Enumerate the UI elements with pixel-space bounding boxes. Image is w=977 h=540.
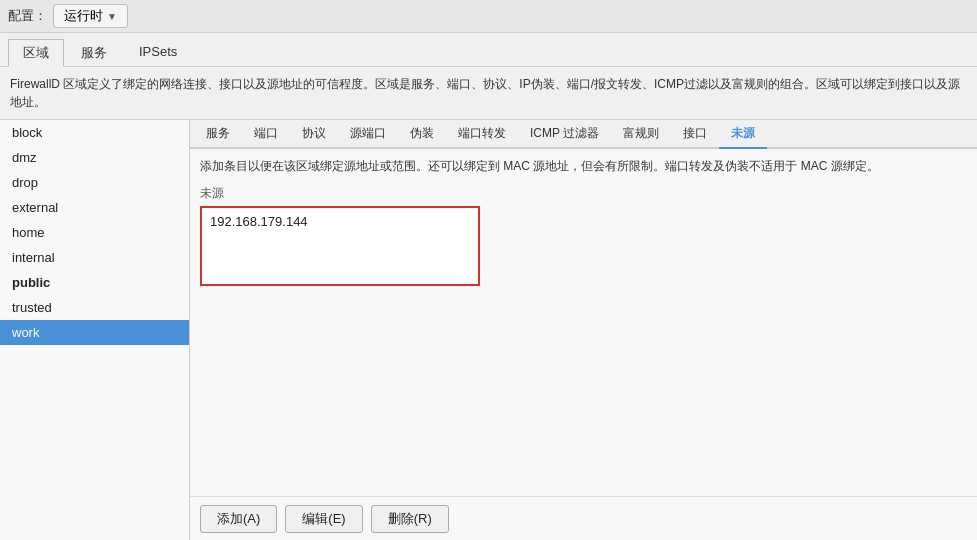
action-buttons: 添加(A) 编辑(E) 删除(R) (190, 496, 977, 540)
runtime-dropdown[interactable]: 运行时 ▼ (53, 4, 128, 28)
sub-tab-port-forward[interactable]: 端口转发 (446, 120, 518, 149)
dropdown-arrow-icon: ▼ (107, 11, 117, 22)
add-button[interactable]: 添加(A) (200, 505, 277, 533)
sub-tab-interfaces[interactable]: 接口 (671, 120, 719, 149)
zone-item-internal[interactable]: internal (0, 245, 189, 270)
sub-tab-services[interactable]: 服务 (194, 120, 242, 149)
zone-item-dmz[interactable]: dmz (0, 145, 189, 170)
tab-zones[interactable]: 区域 (8, 39, 64, 67)
sub-tab-masquerade[interactable]: 伪装 (398, 120, 446, 149)
runtime-label: 运行时 (64, 7, 103, 25)
toolbar: 配置： 运行时 ▼ (0, 0, 977, 33)
zone-item-trusted[interactable]: trusted (0, 295, 189, 320)
tab-services[interactable]: 服务 (66, 39, 122, 66)
zone-item-public[interactable]: public (0, 270, 189, 295)
sub-tabs-row: 服务 端口 协议 源端口 伪装 端口转发 ICMP 过滤器 富规则 接口 未源 (190, 120, 977, 149)
sub-tab-rich-rules[interactable]: 富规则 (611, 120, 671, 149)
panel-content: 添加条目以便在该区域绑定源地址或范围。还可以绑定到 MAC 源地址，但会有所限制… (190, 149, 977, 496)
main-container: 区域 服务 IPSets FirewallD 区域定义了绑定的网络连接、接口以及… (0, 33, 977, 540)
zone-list: block dmz drop external home internal pu… (0, 120, 190, 540)
tab-ipsets[interactable]: IPSets (124, 39, 192, 66)
zone-item-drop[interactable]: drop (0, 170, 189, 195)
sub-tab-icmp-filter[interactable]: ICMP 过滤器 (518, 120, 611, 149)
config-label: 配置： (8, 7, 47, 25)
edit-button[interactable]: 编辑(E) (285, 505, 362, 533)
delete-button[interactable]: 删除(R) (371, 505, 449, 533)
zone-item-external[interactable]: external (0, 195, 189, 220)
tabs-row: 区域 服务 IPSets (0, 33, 977, 67)
description-text: FirewallD 区域定义了绑定的网络连接、接口以及源地址的可信程度。区域是服… (0, 67, 977, 120)
content-area: block dmz drop external home internal pu… (0, 120, 977, 540)
right-panel: 服务 端口 协议 源端口 伪装 端口转发 ICMP 过滤器 富规则 接口 未源 … (190, 120, 977, 540)
panel-description: 添加条目以便在该区域绑定源地址或范围。还可以绑定到 MAC 源地址，但会有所限制… (200, 157, 967, 175)
sub-tab-ports[interactable]: 端口 (242, 120, 290, 149)
zone-item-work[interactable]: work (0, 320, 189, 345)
zone-item-block[interactable]: block (0, 120, 189, 145)
zone-item-home[interactable]: home (0, 220, 189, 245)
sub-tab-sources[interactable]: 未源 (719, 120, 767, 149)
source-list-box[interactable]: 192.168.179.144 (200, 206, 480, 286)
sub-tab-protocols[interactable]: 协议 (290, 120, 338, 149)
source-section-label: 未源 (200, 185, 967, 202)
sub-tab-source-ports[interactable]: 源端口 (338, 120, 398, 149)
source-item-1[interactable]: 192.168.179.144 (206, 212, 474, 231)
